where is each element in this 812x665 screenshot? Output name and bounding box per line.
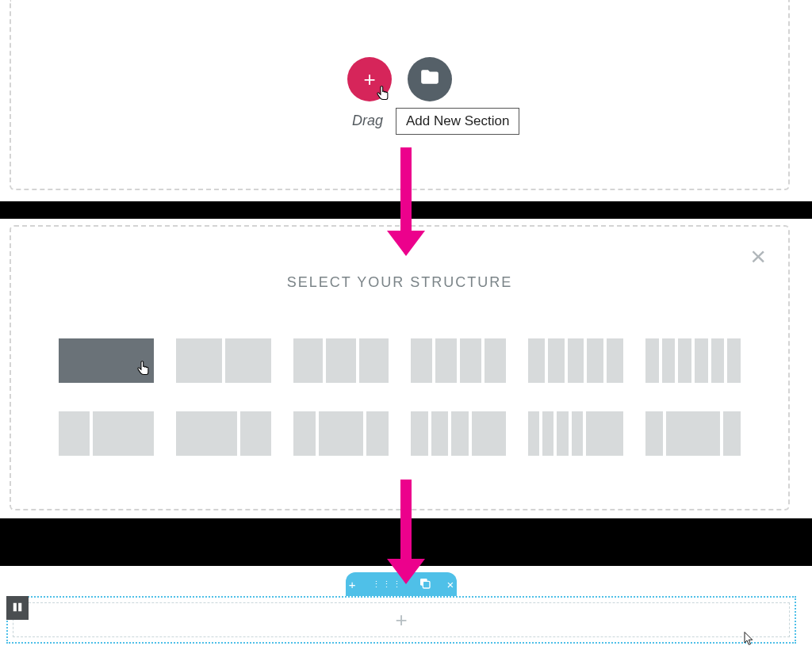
close-icon[interactable]: × — [447, 578, 454, 591]
add-section-tooltip: Add New Section — [396, 108, 519, 135]
close-button[interactable]: × — [750, 243, 766, 269]
close-icon: × — [750, 241, 766, 271]
structure-cell — [645, 411, 663, 456]
structure-cell — [662, 338, 676, 383]
structure-cell — [225, 338, 271, 383]
structure-cell — [645, 338, 659, 383]
structure-cell — [326, 338, 355, 383]
structure-cell — [59, 411, 90, 456]
structure-cell — [528, 411, 539, 456]
structure-cell — [240, 411, 271, 456]
structure-cell — [359, 338, 389, 383]
structure-cell — [568, 338, 584, 383]
column-icon — [12, 602, 23, 615]
template-library-button[interactable] — [408, 57, 452, 101]
structure-cell — [528, 338, 545, 383]
structure-cell — [727, 338, 741, 383]
structure-option-11[interactable] — [528, 411, 623, 456]
structure-title: SELECT YOUR STRUCTURE — [59, 274, 741, 291]
structure-cell — [366, 411, 389, 456]
structure-option-7[interactable] — [59, 411, 154, 456]
structure-cell — [557, 411, 568, 456]
structure-cell — [176, 411, 237, 456]
drag-hint-label: Drag — [352, 113, 383, 129]
arrow-cursor-icon — [742, 629, 756, 648]
structure-option-12[interactable] — [645, 411, 741, 456]
structure-cell — [93, 411, 154, 456]
structure-cell — [572, 411, 583, 456]
structure-option-5[interactable] — [528, 338, 623, 383]
structure-cell — [293, 338, 323, 383]
structure-option-6[interactable] — [645, 338, 741, 383]
structure-cell — [586, 411, 623, 456]
column-handle[interactable] — [6, 596, 29, 620]
created-section: + ⋮⋮⋮ × + — [6, 572, 796, 652]
pointer-cursor-icon — [373, 83, 391, 104]
structure-cell — [451, 411, 469, 456]
structure-cell — [548, 338, 565, 383]
structure-cell — [711, 338, 725, 383]
structure-cell — [435, 338, 457, 383]
structure-option-3[interactable] — [293, 338, 389, 383]
structure-cell — [411, 338, 432, 383]
flow-arrow-icon — [387, 480, 425, 584]
structure-cell — [695, 338, 708, 383]
structure-cell — [542, 411, 553, 456]
structure-option-8[interactable] — [176, 411, 271, 456]
structure-cell — [293, 411, 316, 456]
structure-option-4[interactable] — [411, 338, 506, 383]
structure-cell — [431, 411, 449, 456]
pointer-cursor-icon — [134, 358, 151, 379]
plus-icon: + — [395, 608, 407, 633]
structure-cell — [319, 411, 363, 456]
plus-icon[interactable]: + — [349, 578, 356, 591]
structure-cell — [411, 411, 428, 456]
structure-option-10[interactable] — [411, 411, 506, 456]
structure-option-9[interactable] — [293, 411, 389, 456]
add-widget-area[interactable]: + — [13, 602, 790, 637]
structure-cell — [666, 411, 719, 456]
structure-cell — [723, 411, 741, 456]
structure-chooser-panel: × SELECT YOUR STRUCTURE — [10, 225, 790, 510]
structure-cell — [460, 338, 481, 383]
section-outline[interactable]: + — [6, 596, 796, 644]
structure-cell — [176, 338, 222, 383]
structure-cell — [472, 411, 506, 456]
structure-cell — [607, 338, 623, 383]
structure-option-2[interactable] — [176, 338, 271, 383]
structure-cell — [678, 338, 691, 383]
svg-rect-3 — [18, 602, 21, 611]
folder-icon — [419, 67, 440, 93]
structure-cell — [587, 338, 603, 383]
svg-rect-2 — [13, 602, 17, 611]
flow-arrow-icon — [387, 147, 425, 256]
structure-cell — [485, 338, 506, 383]
